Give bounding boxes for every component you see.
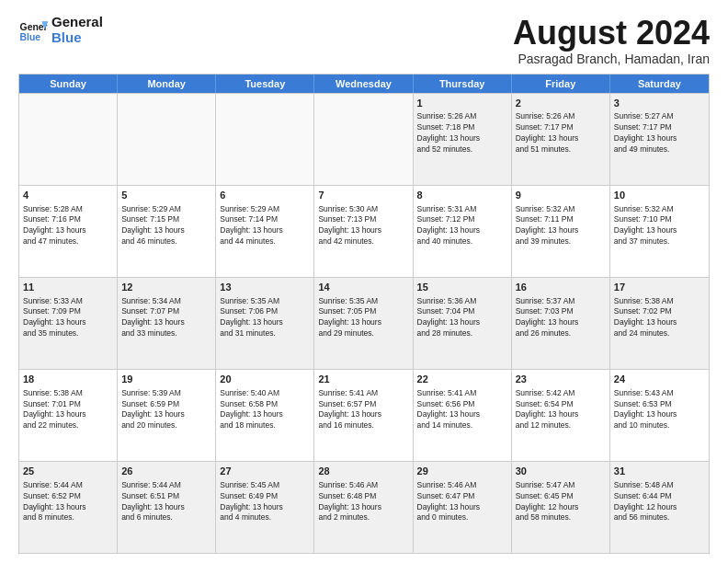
cell-line: Daylight: 13 hours (121, 225, 211, 236)
cell-line: Sunset: 7:11 PM (516, 214, 606, 225)
cell-line: Sunrise: 5:33 AM (23, 296, 113, 307)
calendar-cell: 7Sunrise: 5:30 AMSunset: 7:13 PMDaylight… (314, 186, 413, 277)
cell-line: Sunset: 6:59 PM (121, 399, 211, 410)
day-number: 18 (23, 373, 113, 386)
calendar-cell: 13Sunrise: 5:35 AMSunset: 7:06 PMDayligh… (216, 278, 314, 369)
cell-line: Sunrise: 5:26 AM (417, 111, 507, 122)
calendar-cell: 28Sunrise: 5:46 AMSunset: 6:48 PMDayligh… (314, 462, 413, 553)
calendar-cell: 23Sunrise: 5:42 AMSunset: 6:54 PMDayligh… (512, 370, 610, 461)
cell-line: Sunrise: 5:29 AM (220, 204, 310, 215)
day-number: 1 (417, 97, 507, 110)
cell-line: Sunset: 7:06 PM (220, 306, 310, 317)
cell-line: Daylight: 13 hours (121, 409, 211, 420)
cell-line: and 14 minutes. (417, 420, 507, 431)
cell-line: Sunrise: 5:44 AM (121, 480, 211, 491)
calendar-cell: 10Sunrise: 5:32 AMSunset: 7:10 PMDayligh… (610, 186, 709, 277)
cell-line: Sunrise: 5:47 AM (516, 480, 606, 491)
svg-text:Blue: Blue (20, 32, 41, 42)
day-number: 27 (220, 465, 310, 478)
cell-line: Sunset: 7:03 PM (516, 306, 606, 317)
calendar-cell: 11Sunrise: 5:33 AMSunset: 7:09 PMDayligh… (19, 278, 118, 369)
calendar-header-cell: Wednesday (314, 75, 413, 93)
cell-line: Daylight: 13 hours (23, 225, 113, 236)
cell-line: and 29 minutes. (318, 328, 408, 339)
calendar-cell: 9Sunrise: 5:32 AMSunset: 7:11 PMDaylight… (512, 186, 610, 277)
cell-line: Daylight: 13 hours (220, 502, 310, 513)
calendar-cell: 6Sunrise: 5:29 AMSunset: 7:14 PMDaylight… (216, 186, 314, 277)
calendar-cell: 14Sunrise: 5:35 AMSunset: 7:05 PMDayligh… (314, 278, 413, 369)
day-number: 13 (220, 281, 310, 294)
day-number: 4 (23, 189, 113, 202)
cell-line: Daylight: 13 hours (417, 225, 507, 236)
day-number: 31 (614, 465, 705, 478)
cell-line: Sunset: 6:49 PM (220, 491, 310, 502)
cell-line: and 56 minutes. (614, 512, 705, 523)
cell-line: Sunrise: 5:35 AM (318, 296, 408, 307)
cell-line: Sunset: 6:57 PM (318, 399, 408, 410)
cell-line: Sunset: 6:45 PM (516, 491, 606, 502)
cell-line: Daylight: 13 hours (121, 502, 211, 513)
calendar-header-cell: Friday (512, 75, 610, 93)
title-block: August 2024 Pasragad Branch, Hamadan, Ir… (513, 15, 710, 66)
cell-line: and 51 minutes. (516, 144, 606, 155)
day-number: 25 (23, 465, 113, 478)
calendar-header: SundayMondayTuesdayWednesdayThursdayFrid… (19, 75, 709, 93)
cell-line: and 16 minutes. (318, 420, 408, 431)
calendar-cell: 24Sunrise: 5:43 AMSunset: 6:53 PMDayligh… (610, 370, 709, 461)
calendar-cell: 21Sunrise: 5:41 AMSunset: 6:57 PMDayligh… (314, 370, 413, 461)
calendar-cell (118, 94, 216, 185)
cell-line: Sunset: 6:58 PM (220, 399, 310, 410)
logo-line2: Blue (51, 30, 103, 46)
cell-line: Sunrise: 5:29 AM (121, 204, 211, 215)
cell-line: Daylight: 12 hours (516, 502, 606, 513)
day-number: 7 (318, 189, 408, 202)
calendar-cell: 15Sunrise: 5:36 AMSunset: 7:04 PMDayligh… (414, 278, 512, 369)
cell-line: Sunset: 6:51 PM (121, 491, 211, 502)
cell-line: Daylight: 13 hours (318, 317, 408, 328)
cell-line: Daylight: 13 hours (516, 133, 606, 144)
cell-line: and 28 minutes. (417, 328, 507, 339)
day-number: 16 (516, 281, 606, 294)
calendar-cell: 26Sunrise: 5:44 AMSunset: 6:51 PMDayligh… (118, 462, 216, 553)
cell-line: and 24 minutes. (614, 328, 705, 339)
cell-line: Sunset: 6:54 PM (516, 399, 606, 410)
calendar-week: 4Sunrise: 5:28 AMSunset: 7:16 PMDaylight… (19, 185, 709, 277)
cell-line: Daylight: 13 hours (23, 502, 113, 513)
cell-line: Sunrise: 5:32 AM (614, 204, 705, 215)
cell-line: Sunset: 6:48 PM (318, 491, 408, 502)
day-number: 22 (417, 373, 507, 386)
calendar-cell: 29Sunrise: 5:46 AMSunset: 6:47 PMDayligh… (414, 462, 512, 553)
cell-line: Sunset: 6:52 PM (23, 491, 113, 502)
cell-line: Sunset: 7:01 PM (23, 399, 113, 410)
calendar-cell: 22Sunrise: 5:41 AMSunset: 6:56 PMDayligh… (414, 370, 512, 461)
calendar-header-cell: Thursday (414, 75, 512, 93)
day-number: 14 (318, 281, 408, 294)
cell-line: Sunset: 7:05 PM (318, 306, 408, 317)
cell-line: Daylight: 13 hours (516, 317, 606, 328)
calendar-week: 18Sunrise: 5:38 AMSunset: 7:01 PMDayligh… (19, 369, 709, 461)
cell-line: Sunrise: 5:27 AM (614, 111, 705, 122)
cell-line: Sunrise: 5:34 AM (121, 296, 211, 307)
cell-line: Daylight: 13 hours (614, 317, 705, 328)
cell-line: and 8 minutes. (23, 512, 113, 523)
logo-line1: General (51, 15, 103, 30)
cell-line: and 22 minutes. (23, 420, 113, 431)
cell-line: Daylight: 13 hours (318, 502, 408, 513)
day-number: 19 (121, 373, 211, 386)
logo-icon: General Blue (18, 16, 48, 45)
day-number: 10 (614, 189, 705, 202)
cell-line: Daylight: 13 hours (417, 502, 507, 513)
cell-line: Daylight: 13 hours (121, 317, 211, 328)
cell-line: Sunrise: 5:32 AM (516, 204, 606, 215)
cell-line: Sunset: 7:13 PM (318, 214, 408, 225)
cell-line: Sunrise: 5:43 AM (614, 388, 705, 399)
calendar: SundayMondayTuesdayWednesdayThursdayFrid… (18, 74, 710, 554)
calendar-week: 1Sunrise: 5:26 AMSunset: 7:18 PMDaylight… (19, 93, 709, 185)
cell-line: and 33 minutes. (121, 328, 211, 339)
day-number: 8 (417, 189, 507, 202)
page: General Blue General Blue August 2024 Pa… (0, 0, 728, 563)
day-number: 20 (220, 373, 310, 386)
cell-line: Sunrise: 5:38 AM (23, 388, 113, 399)
calendar-cell: 27Sunrise: 5:45 AMSunset: 6:49 PMDayligh… (216, 462, 314, 553)
calendar-cell (19, 94, 118, 185)
